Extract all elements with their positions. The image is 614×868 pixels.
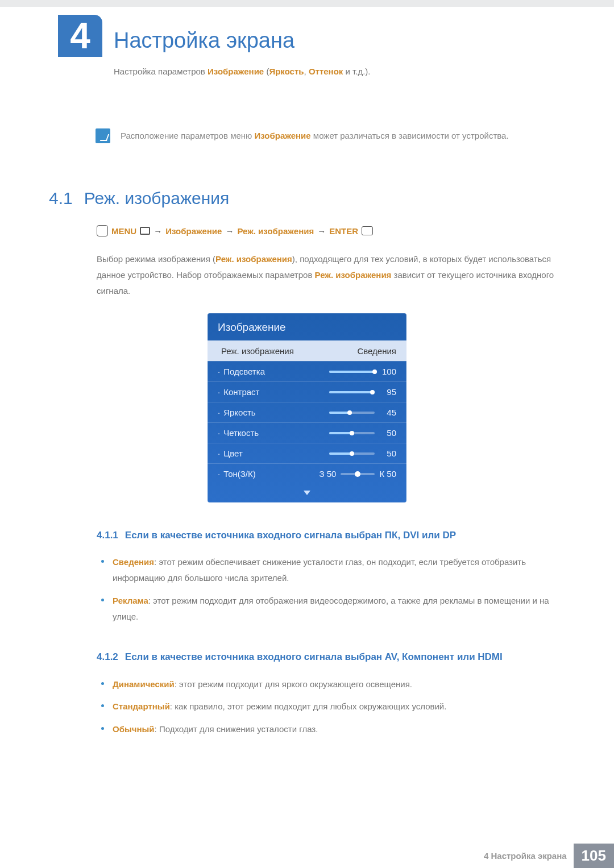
note-text: Расположение параметров меню Изображение… [121,128,509,143]
osd-row-value: 95 [380,387,396,397]
list-item: Реклама: этот режим подходит для отображ… [97,593,563,625]
highlight: Изображение [254,131,310,140]
highlight: Изображение [208,67,264,76]
text: : этот режим подходит для отображения ви… [113,596,549,621]
osd-title: Изображение [208,313,406,340]
osd-row-label: Подсветка [218,367,265,376]
slider [329,412,375,414]
osd-row-value: Сведения [357,346,396,356]
text: Выбор режима изображения ( [97,254,215,264]
menu-icon [140,227,150,235]
subsection-title: Если в качестве источника входного сигна… [125,651,503,662]
osd-row-label: Четкость [218,428,259,438]
list-item: Обычный: Подходит для снижения усталости… [97,721,563,737]
osd-row: Яркость45 [208,402,406,422]
highlight: Реж. изображения [315,270,392,280]
osd-row-label: Яркость [218,408,256,417]
osd-row-value: 50 [380,428,396,438]
hand-icon [97,225,108,236]
footer-label: 4 Настройка экрана [484,851,574,861]
top-bar [0,0,614,7]
chapter-subtitle: Настройка параметров Изображение (Яркост… [114,67,614,76]
menu-label: MENU [111,226,136,236]
osd-row-label: Цвет [218,448,243,458]
text: : этот режим обеспечивает снижение устал… [113,557,526,583]
highlight: Стандартный [113,701,170,711]
text: , [304,67,309,76]
text: может различаться в зависимости от устро… [311,131,509,140]
osd-row-mode: Реж. изображения Сведения [208,340,406,361]
tint-slider [341,473,375,475]
osd-menu: Изображение Реж. изображения Сведения По… [208,313,406,502]
enter-icon [362,226,373,235]
highlight: Обычный [113,724,155,734]
slider [329,391,375,393]
osd-row: Подсветка100 [208,361,406,381]
enter-label: ENTER [329,226,358,236]
section-number: 4.1 [49,189,73,208]
chevron-down-icon [304,491,310,495]
slider [329,432,375,434]
footer-page-number: 105 [574,844,614,868]
slider [329,452,375,455]
tint-right: К 50 [379,469,396,479]
note-icon [96,128,110,143]
osd-row: Цвет50 [208,443,406,463]
list-item: Динамический: этот режим подходит для яр… [97,676,563,692]
list-item: Стандартный: как правило, этот режим под… [97,699,563,715]
text: : этот режим подходит для яркого окружаю… [175,679,412,689]
menu-path: MENU → Изображение → Реж. изображения → … [97,225,614,236]
osd-row: Контраст95 [208,381,406,402]
chapter-badge: 4 [58,15,102,57]
osd-row-value: 45 [380,408,396,417]
highlight: Реклама [113,596,148,605]
arrow-icon: → [225,226,234,236]
osd-row-label: Контраст [218,387,259,397]
osd-row-tint: Тон(З/К) З 50 К 50 [208,463,406,484]
osd-scroll-down [208,484,406,502]
arrow-icon: → [317,226,326,236]
tint-left: З 50 [319,469,336,479]
list-item: Сведения: этот режим обеспечивает снижен… [97,554,563,586]
highlight: Реж. изображения [215,254,292,264]
text: : как правило, этот режим подходит для л… [170,701,447,711]
arrow-icon: → [154,226,162,236]
highlight: Яркость [269,67,304,76]
text: Настройка параметров [114,67,208,76]
chapter-title: Настройка экрана [114,28,614,53]
text: ( [264,67,269,76]
path-item: Реж. изображения [237,226,314,236]
subsection-number: 4.1.1 [97,530,118,541]
highlight: Сведения [113,557,154,567]
subsection-number: 4.1.2 [97,651,118,662]
text: : Подходит для снижения усталости глаз. [155,724,318,734]
subsection-title: Если в качестве источника входного сигна… [125,530,456,541]
osd-row-value: 100 [380,367,396,376]
subsection-heading: 4.1.2Если в качестве источника входного … [97,649,563,665]
section-title: Реж. изображения [84,189,230,208]
text: Расположение параметров меню [121,131,254,140]
subsection-heading: 4.1.1Если в качестве источника входного … [97,528,563,543]
osd-row-label: Реж. изображения [218,346,294,356]
text: и т.д.). [343,67,370,76]
osd-row: Четкость50 [208,422,406,443]
section-paragraph: Выбор режима изображения (Реж. изображен… [97,251,563,298]
page-footer: 4 Настройка экрана 105 [484,844,614,868]
osd-row-value: 50 [380,448,396,458]
osd-row-label: Тон(З/К) [218,469,256,479]
highlight: Динамический [113,679,175,689]
slider [329,371,375,373]
path-item: Изображение [165,226,222,236]
highlight: Оттенок [309,67,343,76]
